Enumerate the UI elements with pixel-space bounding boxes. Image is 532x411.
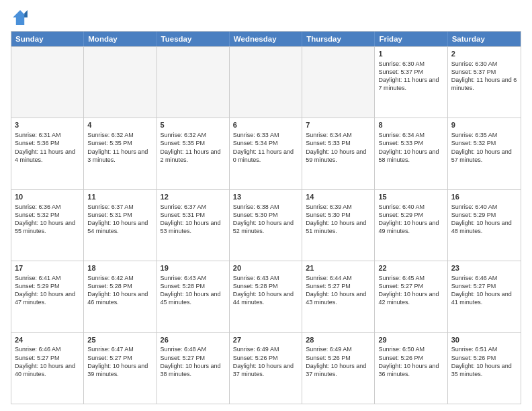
day-cell-19: 19Sunrise: 6:43 AM Sunset: 5:28 PM Dayli… <box>157 261 230 332</box>
day-cell-22: 22Sunrise: 6:45 AM Sunset: 5:27 PM Dayli… <box>375 261 447 332</box>
day-cell-14: 14Sunrise: 6:39 AM Sunset: 5:30 PM Dayli… <box>302 190 375 261</box>
day-info: Sunrise: 6:48 AM Sunset: 5:27 PM Dayligh… <box>161 345 226 378</box>
page: SundayMondayTuesdayWednesdayThursdayFrid… <box>0 0 532 411</box>
calendar: SundayMondayTuesdayWednesdayThursdayFrid… <box>11 31 521 404</box>
day-number: 12 <box>161 192 226 202</box>
day-cell-30: 30Sunrise: 6:51 AM Sunset: 5:26 PM Dayli… <box>448 333 521 404</box>
calendar-body: 1Sunrise: 6:30 AM Sunset: 5:37 PM Daylig… <box>11 46 521 404</box>
empty-cell <box>11 47 84 118</box>
day-number: 10 <box>15 192 80 202</box>
day-number: 25 <box>87 335 152 345</box>
day-cell-4: 4Sunrise: 6:32 AM Sunset: 5:35 PM Daylig… <box>84 118 157 189</box>
day-cell-1: 1Sunrise: 6:30 AM Sunset: 5:37 PM Daylig… <box>375 47 447 118</box>
day-cell-11: 11Sunrise: 6:37 AM Sunset: 5:31 PM Dayli… <box>84 190 157 261</box>
day-info: Sunrise: 6:43 AM Sunset: 5:28 PM Dayligh… <box>161 274 226 307</box>
day-number: 27 <box>233 335 298 345</box>
logo-icon <box>11 8 30 27</box>
day-number: 3 <box>15 120 80 130</box>
day-cell-28: 28Sunrise: 6:49 AM Sunset: 5:26 PM Dayli… <box>302 333 375 404</box>
day-info: Sunrise: 6:46 AM Sunset: 5:27 PM Dayligh… <box>15 345 80 378</box>
day-info: Sunrise: 6:35 AM Sunset: 5:32 PM Dayligh… <box>451 131 517 164</box>
day-number: 2 <box>451 49 517 59</box>
day-info: Sunrise: 6:37 AM Sunset: 5:31 PM Dayligh… <box>161 203 226 236</box>
day-info: Sunrise: 6:34 AM Sunset: 5:33 PM Dayligh… <box>306 131 371 164</box>
empty-cell <box>230 47 302 118</box>
day-info: Sunrise: 6:47 AM Sunset: 5:27 PM Dayligh… <box>87 345 152 378</box>
day-cell-15: 15Sunrise: 6:40 AM Sunset: 5:29 PM Dayli… <box>375 190 447 261</box>
day-info: Sunrise: 6:34 AM Sunset: 5:33 PM Dayligh… <box>378 131 443 164</box>
day-number: 18 <box>87 263 152 273</box>
day-number: 6 <box>233 120 298 130</box>
day-info: Sunrise: 6:51 AM Sunset: 5:26 PM Dayligh… <box>451 345 517 378</box>
day-info: Sunrise: 6:32 AM Sunset: 5:35 PM Dayligh… <box>161 131 226 164</box>
day-cell-13: 13Sunrise: 6:38 AM Sunset: 5:30 PM Dayli… <box>230 190 302 261</box>
day-number: 28 <box>306 335 371 345</box>
day-cell-16: 16Sunrise: 6:40 AM Sunset: 5:29 PM Dayli… <box>448 190 521 261</box>
week-row-0: 1Sunrise: 6:30 AM Sunset: 5:37 PM Daylig… <box>11 46 521 118</box>
day-number: 13 <box>233 192 298 202</box>
day-info: Sunrise: 6:30 AM Sunset: 5:37 PM Dayligh… <box>451 60 517 93</box>
day-number: 5 <box>161 120 226 130</box>
logo <box>11 8 32 27</box>
day-info: Sunrise: 6:46 AM Sunset: 5:27 PM Dayligh… <box>451 274 517 307</box>
day-info: Sunrise: 6:39 AM Sunset: 5:30 PM Dayligh… <box>306 203 371 236</box>
day-info: Sunrise: 6:31 AM Sunset: 5:36 PM Dayligh… <box>15 131 80 164</box>
day-cell-21: 21Sunrise: 6:44 AM Sunset: 5:27 PM Dayli… <box>302 261 375 332</box>
day-number: 30 <box>451 335 517 345</box>
header <box>11 8 521 27</box>
day-info: Sunrise: 6:37 AM Sunset: 5:31 PM Dayligh… <box>87 203 152 236</box>
day-number: 29 <box>378 335 443 345</box>
empty-cell <box>157 47 230 118</box>
day-info: Sunrise: 6:30 AM Sunset: 5:37 PM Dayligh… <box>378 60 443 93</box>
week-row-3: 17Sunrise: 6:41 AM Sunset: 5:29 PM Dayli… <box>11 261 521 332</box>
day-info: Sunrise: 6:50 AM Sunset: 5:26 PM Dayligh… <box>378 345 443 378</box>
empty-cell <box>84 47 157 118</box>
day-number: 7 <box>306 120 371 130</box>
day-header-sunday: Sunday <box>11 32 84 46</box>
day-cell-27: 27Sunrise: 6:49 AM Sunset: 5:26 PM Dayli… <box>230 333 302 404</box>
day-info: Sunrise: 6:40 AM Sunset: 5:29 PM Dayligh… <box>378 203 443 236</box>
day-cell-17: 17Sunrise: 6:41 AM Sunset: 5:29 PM Dayli… <box>11 261 84 332</box>
day-cell-3: 3Sunrise: 6:31 AM Sunset: 5:36 PM Daylig… <box>11 118 84 189</box>
day-cell-25: 25Sunrise: 6:47 AM Sunset: 5:27 PM Dayli… <box>84 333 157 404</box>
day-cell-7: 7Sunrise: 6:34 AM Sunset: 5:33 PM Daylig… <box>302 118 375 189</box>
day-number: 26 <box>161 335 226 345</box>
day-header-tuesday: Tuesday <box>157 32 230 46</box>
day-info: Sunrise: 6:45 AM Sunset: 5:27 PM Dayligh… <box>378 274 443 307</box>
day-header-friday: Friday <box>375 32 447 46</box>
day-header-wednesday: Wednesday <box>230 32 302 46</box>
day-info: Sunrise: 6:43 AM Sunset: 5:28 PM Dayligh… <box>233 274 298 307</box>
day-cell-20: 20Sunrise: 6:43 AM Sunset: 5:28 PM Dayli… <box>230 261 302 332</box>
svg-marker-1 <box>24 10 28 17</box>
day-header-saturday: Saturday <box>448 32 521 46</box>
day-cell-24: 24Sunrise: 6:46 AM Sunset: 5:27 PM Dayli… <box>11 333 84 404</box>
day-cell-26: 26Sunrise: 6:48 AM Sunset: 5:27 PM Dayli… <box>157 333 230 404</box>
week-row-1: 3Sunrise: 6:31 AM Sunset: 5:36 PM Daylig… <box>11 118 521 189</box>
day-cell-6: 6Sunrise: 6:33 AM Sunset: 5:34 PM Daylig… <box>230 118 302 189</box>
day-cell-9: 9Sunrise: 6:35 AM Sunset: 5:32 PM Daylig… <box>448 118 521 189</box>
day-number: 23 <box>451 263 517 273</box>
day-cell-29: 29Sunrise: 6:50 AM Sunset: 5:26 PM Dayli… <box>375 333 447 404</box>
day-info: Sunrise: 6:38 AM Sunset: 5:30 PM Dayligh… <box>233 203 298 236</box>
day-cell-8: 8Sunrise: 6:34 AM Sunset: 5:33 PM Daylig… <box>375 118 447 189</box>
day-number: 20 <box>233 263 298 273</box>
day-info: Sunrise: 6:36 AM Sunset: 5:32 PM Dayligh… <box>15 203 80 236</box>
day-info: Sunrise: 6:49 AM Sunset: 5:26 PM Dayligh… <box>306 345 371 378</box>
day-cell-10: 10Sunrise: 6:36 AM Sunset: 5:32 PM Dayli… <box>11 190 84 261</box>
day-cell-23: 23Sunrise: 6:46 AM Sunset: 5:27 PM Dayli… <box>448 261 521 332</box>
week-row-2: 10Sunrise: 6:36 AM Sunset: 5:32 PM Dayli… <box>11 189 521 261</box>
day-header-monday: Monday <box>84 32 157 46</box>
day-number: 24 <box>15 335 80 345</box>
day-info: Sunrise: 6:49 AM Sunset: 5:26 PM Dayligh… <box>233 345 298 378</box>
day-number: 15 <box>378 192 443 202</box>
day-info: Sunrise: 6:40 AM Sunset: 5:29 PM Dayligh… <box>451 203 517 236</box>
empty-cell <box>302 47 375 118</box>
day-info: Sunrise: 6:42 AM Sunset: 5:28 PM Dayligh… <box>87 274 152 307</box>
day-info: Sunrise: 6:33 AM Sunset: 5:34 PM Dayligh… <box>233 131 298 164</box>
day-number: 14 <box>306 192 371 202</box>
day-cell-5: 5Sunrise: 6:32 AM Sunset: 5:35 PM Daylig… <box>157 118 230 189</box>
day-cell-18: 18Sunrise: 6:42 AM Sunset: 5:28 PM Dayli… <box>84 261 157 332</box>
day-number: 9 <box>451 120 517 130</box>
day-number: 22 <box>378 263 443 273</box>
day-info: Sunrise: 6:41 AM Sunset: 5:29 PM Dayligh… <box>15 274 80 307</box>
